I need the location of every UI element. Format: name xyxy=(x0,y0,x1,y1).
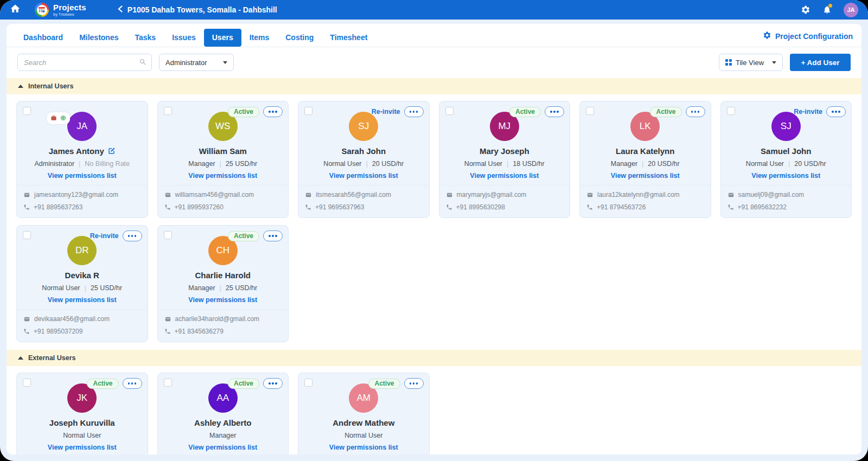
role-rate-divider: | xyxy=(79,160,80,168)
role-rate-divider: | xyxy=(366,160,368,168)
user-select-checkbox[interactable] xyxy=(304,379,312,387)
status-badge: Active xyxy=(228,107,259,117)
view-permissions-link[interactable]: View permissions list xyxy=(446,172,564,180)
user-select-checkbox[interactable] xyxy=(23,379,31,387)
section-header[interactable]: Internal Users xyxy=(7,78,861,94)
user-select-checkbox[interactable] xyxy=(164,379,172,387)
user-email: jamesantony123@gmail.com xyxy=(34,191,118,199)
add-user-button[interactable]: + Add User xyxy=(790,54,851,71)
user-name: Devika R xyxy=(65,271,99,280)
app-logo[interactable]: Projects by Triobees xyxy=(35,3,86,17)
user-card: Active LK Laura Katelynn Manager | 20 US… xyxy=(579,101,711,218)
collapse-triangle-icon[interactable] xyxy=(18,85,23,88)
back-chevron-icon[interactable] xyxy=(118,5,123,14)
user-phone: +91 8995630298 xyxy=(456,203,505,211)
card-menu-button[interactable] xyxy=(263,378,283,389)
user-avatar[interactable]: JA xyxy=(844,3,858,17)
view-permissions-link[interactable]: View permissions list xyxy=(305,444,423,451)
notifications-bell-button[interactable] xyxy=(822,5,832,15)
user-select-checkbox[interactable] xyxy=(23,107,31,115)
user-select-checkbox[interactable] xyxy=(164,107,172,115)
collapse-triangle-icon[interactable] xyxy=(18,356,23,360)
project-configuration-button[interactable]: Project Configuration xyxy=(763,31,853,44)
user-select-checkbox[interactable] xyxy=(445,107,454,115)
user-name: Andrew Mathew xyxy=(333,418,394,427)
reinvite-link[interactable]: Re-invite xyxy=(372,108,400,116)
user-card: Active CH Charlie Harold Manager | 25 US… xyxy=(157,225,289,342)
card-menu-button[interactable] xyxy=(826,106,846,117)
tab-dashboard[interactable]: Dashboard xyxy=(15,29,71,47)
user-rate: 20 USD/hr xyxy=(372,160,404,168)
view-permissions-link[interactable]: View permissions list xyxy=(586,172,704,180)
section-header[interactable]: External Users xyxy=(7,350,861,366)
tab-tasks[interactable]: Tasks xyxy=(126,29,164,47)
tab-issues[interactable]: Issues xyxy=(164,29,204,47)
card-menu-button[interactable] xyxy=(123,378,142,389)
tab-items[interactable]: Items xyxy=(241,29,278,47)
card-menu-button[interactable] xyxy=(404,378,424,389)
edit-user-icon[interactable] xyxy=(107,147,116,155)
card-menu-button[interactable] xyxy=(686,106,705,117)
view-permissions-link[interactable]: View permissions list xyxy=(164,444,282,451)
user-select-checkbox[interactable] xyxy=(164,231,172,239)
view-permissions-link[interactable]: View permissions list xyxy=(727,172,845,180)
user-select-checkbox[interactable] xyxy=(727,107,735,115)
view-permissions-link[interactable]: View permissions list xyxy=(23,172,141,180)
search-input[interactable] xyxy=(17,54,152,71)
user-rate: 25 USD/hr xyxy=(226,160,257,168)
reinvite-link[interactable]: Re-invite xyxy=(794,108,822,116)
breadcrumb[interactable]: P1005 Dahab Towers, Somalla - Dahbshill xyxy=(118,5,277,14)
user-card: JA James Antony Administrator | No Billi… xyxy=(16,101,148,218)
tab-milestones[interactable]: Milestones xyxy=(71,29,126,47)
projects-logo-icon xyxy=(35,3,49,17)
user-card: Re-invite DR Devika R Normal User | 25 U… xyxy=(16,225,148,342)
user-role: Manager xyxy=(611,160,637,168)
view-permissions-link[interactable]: View permissions list xyxy=(164,172,282,180)
user-rate: No Billing Rate xyxy=(85,160,130,168)
tab-timesheet[interactable]: Timesheet xyxy=(322,29,375,47)
role-rate-divider: | xyxy=(220,284,221,292)
user-rate: 18 USD/hr xyxy=(513,160,544,168)
status-badge: Active xyxy=(368,379,400,389)
user-select-checkbox[interactable] xyxy=(304,107,312,115)
phone-icon xyxy=(164,204,171,210)
globe-icon xyxy=(60,113,66,123)
card-menu-button[interactable] xyxy=(263,230,283,241)
user-rate: 20 USD/hr xyxy=(794,160,826,168)
reinvite-link[interactable]: Re-invite xyxy=(90,232,119,240)
phone-icon xyxy=(446,204,452,210)
user-phone: +91 9695637963 xyxy=(315,203,364,211)
view-mode-value: Tile View xyxy=(736,59,764,67)
user-select-checkbox[interactable] xyxy=(586,107,594,115)
user-name: Sarah John xyxy=(341,146,386,156)
home-button[interactable] xyxy=(10,3,21,16)
card-menu-button[interactable] xyxy=(404,106,424,117)
user-role: Normal User xyxy=(63,432,101,439)
user-role: Normal User xyxy=(464,160,502,168)
card-menu-button[interactable] xyxy=(545,106,564,117)
view-permissions-link[interactable]: View permissions list xyxy=(23,444,141,451)
tab-costing[interactable]: Costing xyxy=(277,29,322,47)
role-rate-divider: | xyxy=(220,160,221,168)
toolbar: Administrator Tile View + Add User xyxy=(7,47,861,78)
tab-users[interactable]: Users xyxy=(204,29,241,47)
section-title: Internal Users xyxy=(28,82,73,90)
view-permissions-link[interactable]: View permissions list xyxy=(305,172,423,180)
app-name: Projects xyxy=(53,3,86,11)
user-select-checkbox[interactable] xyxy=(23,231,31,239)
settings-gear-button[interactable] xyxy=(801,5,810,15)
email-icon xyxy=(727,192,735,198)
tab-bar: DashboardMilestonesTasksIssuesUsersItems… xyxy=(7,24,861,47)
phone-icon xyxy=(727,204,734,210)
user-role: Normal User xyxy=(746,160,784,168)
role-rate-divider: | xyxy=(507,160,508,168)
email-icon xyxy=(23,316,30,322)
view-permissions-link[interactable]: View permissions list xyxy=(23,296,141,304)
card-menu-button[interactable] xyxy=(123,230,142,241)
user-phone: +91 9895037209 xyxy=(34,328,82,335)
role-filter-select[interactable]: Administrator xyxy=(159,54,234,71)
view-permissions-link[interactable]: View permissions list xyxy=(164,296,282,304)
view-mode-select[interactable]: Tile View xyxy=(719,54,783,71)
card-menu-button[interactable] xyxy=(263,106,283,117)
user-card: Active AA Ashley Alberto Manager | View … xyxy=(157,373,289,454)
